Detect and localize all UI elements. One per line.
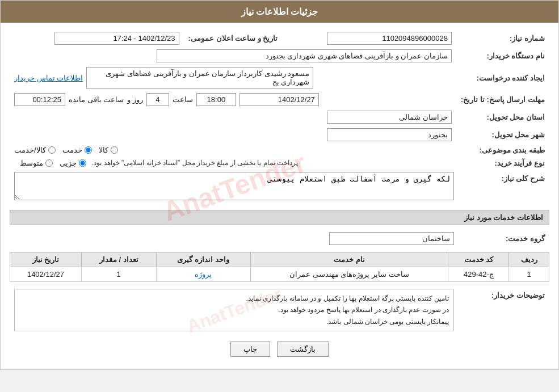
col-date: تاریخ نیاز (10, 252, 82, 267)
deadline-value: 00:12:25 ساعت باقی مانده روز و 4 ساعت 18… (10, 91, 456, 108)
page-title: جزئیات اطلاعات نیاز (241, 7, 318, 16)
category-kala-khidmat[interactable]: کالا/خدمت (14, 146, 56, 154)
category-kala-khidmat-radio[interactable] (48, 146, 56, 154)
content-area: شماره نیاز: 1102094896000028 تاریخ و ساع… (1, 23, 558, 369)
purchase-medium-radio[interactable] (45, 159, 53, 167)
buyer-notes-label: توضیحات خریدار: (459, 286, 549, 334)
purchase-partial-label: جزیی (60, 159, 77, 167)
page-header: جزئیات اطلاعات نیاز (1, 1, 558, 23)
need-number-field: 1102094896000028 (327, 32, 452, 45)
date-label: تاریخ و ساعت اعلان عمومی: (184, 29, 283, 47)
province-label: استان محل تحویل: (456, 108, 549, 126)
date-value: 1402/12/23 - 17:24 (10, 29, 184, 47)
deadline-days-label: روز و (127, 95, 143, 104)
buyer-org-row: نام دستگاه خریدار: سازمان عمران و بازآفر… (10, 47, 549, 65)
cell-code: ج-42-429 (448, 267, 509, 282)
deadline-date-field: 1402/12/27 (239, 93, 319, 106)
service-group-row: گروه خدمت: ساختمان (10, 230, 549, 247)
info-table: شماره نیاز: 1102094896000028 تاریخ و ساع… (10, 29, 549, 170)
category-row: طبقه بندی موضوعی: کالا/خدمت خدمت کالا (10, 144, 549, 157)
category-khidmat[interactable]: خدمت (62, 146, 92, 154)
purchase-partial[interactable]: جزیی (60, 159, 86, 167)
purchase-medium[interactable]: متوسط (20, 159, 53, 167)
category-kala-radio[interactable] (111, 146, 118, 154)
purchase-medium-label: متوسط (20, 159, 43, 167)
purchase-partial-radio[interactable] (79, 159, 86, 167)
description-label: شرح کلی نیاز: (459, 170, 549, 204)
category-label: طبقه بندی موضوعی: (456, 144, 549, 157)
category-kala[interactable]: کالا (99, 146, 118, 154)
date-field: 1402/12/23 - 17:24 (54, 32, 179, 45)
purchase-type-value: متوسط جزیی پرداخت تمام یا بخشی از مبلغ خ… (10, 157, 456, 170)
need-number-value: 1102094896000028 (282, 29, 456, 47)
city-label: شهر محل تحویل: (456, 126, 549, 144)
cell-date: 1402/12/27 (10, 267, 82, 282)
category-kala-khidmat-label: کالا/خدمت (14, 146, 46, 154)
buyer-notes-row: توضیحات خریدار: تامین کننده بایستی برگه … (10, 286, 549, 334)
province-row: استان محل تحویل: خراسان شمالی (10, 108, 549, 126)
table-row: 1 ج-42-429 ساخت سایر پروژه‌های مهندسی عم… (10, 267, 549, 282)
province-field: خراسان شمالی (327, 111, 452, 124)
cell-quantity: 1 (81, 267, 156, 282)
contact-link[interactable]: اطلاعات تماس خریدار (14, 74, 83, 82)
service-group-value: ساختمان (10, 230, 459, 247)
description-textarea[interactable] (14, 172, 454, 200)
deadline-label: مهلت ارسال پاسخ: تا تاریخ: (456, 91, 549, 108)
service-group-table: گروه خدمت: ساختمان (10, 230, 549, 247)
deadline-time-label: ساعت (173, 95, 193, 104)
description-row: شرح کلی نیاز: AnatTender (10, 170, 549, 204)
col-name: نام خدمت (250, 252, 448, 267)
creator-field: مسعود رشیدی کاربرداز سازمان عمران و بازآ… (86, 67, 313, 88)
cell-name: ساخت سایر پروژه‌های مهندسی عمران (250, 267, 448, 282)
need-number-label: شماره نیاز: (456, 29, 549, 47)
services-table: ردیف کد خدمت نام خدمت واحد اندازه گیری ت… (10, 252, 549, 282)
city-field: بجنورد (327, 128, 452, 141)
buyer-notes-box: تامین کننده بایستی برگه استعلام بها را ت… (14, 289, 454, 331)
services-section-title: اطلاعات خدمات مورد نیاز (10, 210, 549, 225)
cell-row: 1 (509, 267, 549, 282)
creator-value: اطلاعات تماس خریدار مسعود رشیدی کاربرداز… (10, 65, 456, 91)
col-row: ردیف (509, 252, 549, 267)
deadline-remain-field: 00:12:25 (14, 93, 65, 106)
category-khidmat-radio[interactable] (85, 146, 92, 154)
category-value: کالا/خدمت خدمت کالا (10, 144, 456, 157)
city-value: بجنورد (10, 126, 456, 144)
main-container: جزئیات اطلاعات نیاز شماره نیاز: 11020948… (0, 0, 559, 370)
buyer-notes-table: توضیحات خریدار: تامین کننده بایستی برگه … (10, 286, 549, 334)
service-group-label: گروه خدمت: (459, 230, 549, 247)
category-khidmat-label: خدمت (62, 146, 82, 154)
deadline-remain-label: ساعت باقی مانده (69, 95, 124, 104)
need-number-row: شماره نیاز: 1102094896000028 تاریخ و ساع… (10, 29, 549, 47)
purchase-type-label: نوع فرآیند خرید: (456, 157, 549, 170)
col-quantity: تعداد / مقدار (81, 252, 156, 267)
description-value: AnatTender (10, 170, 459, 204)
print-button[interactable]: چاپ (230, 342, 270, 357)
description-table: شرح کلی نیاز: AnatTender (10, 170, 549, 204)
creator-row: ایجاد کننده درخواست: اطلاعات تماس خریدار… (10, 65, 549, 91)
creator-label: ایجاد کننده درخواست: (456, 65, 549, 91)
city-row: شهر محل تحویل: بجنورد (10, 126, 549, 144)
services-header-row: ردیف کد خدمت نام خدمت واحد اندازه گیری ت… (10, 252, 549, 267)
buyer-notes-value: تامین کننده بایستی برگه استعلام بها را ت… (10, 286, 459, 334)
col-unit: واحد اندازه گیری (156, 252, 250, 267)
buyer-org-value: سازمان عمران و بازآفرینی فضاهای شهری شهر… (10, 47, 456, 65)
buyer-org-label: نام دستگاه خریدار: (456, 47, 549, 65)
col-code: کد خدمت (448, 252, 509, 267)
button-row: چاپ بازگشت (10, 342, 549, 357)
back-button[interactable]: بازگشت (277, 342, 329, 357)
deadline-time-field: 18:00 (196, 93, 236, 106)
purchase-type-row: نوع فرآیند خرید: متوسط جزیی (10, 157, 549, 170)
deadline-row: مهلت ارسال پاسخ: تا تاریخ: 00:12:25 ساعت… (10, 91, 549, 108)
purchase-note: پرداخت تمام یا بخشی از مبلغ خریداز محل "… (92, 159, 298, 167)
category-kala-label: کالا (99, 146, 108, 154)
buyer-org-field: سازمان عمران و بازآفرینی فضاهای شهری شهر… (157, 49, 452, 62)
service-group-field: ساختمان (329, 232, 454, 245)
province-value: خراسان شمالی (10, 108, 456, 126)
deadline-days-field: 4 (146, 93, 169, 106)
cell-unit: پروژه (156, 267, 250, 282)
